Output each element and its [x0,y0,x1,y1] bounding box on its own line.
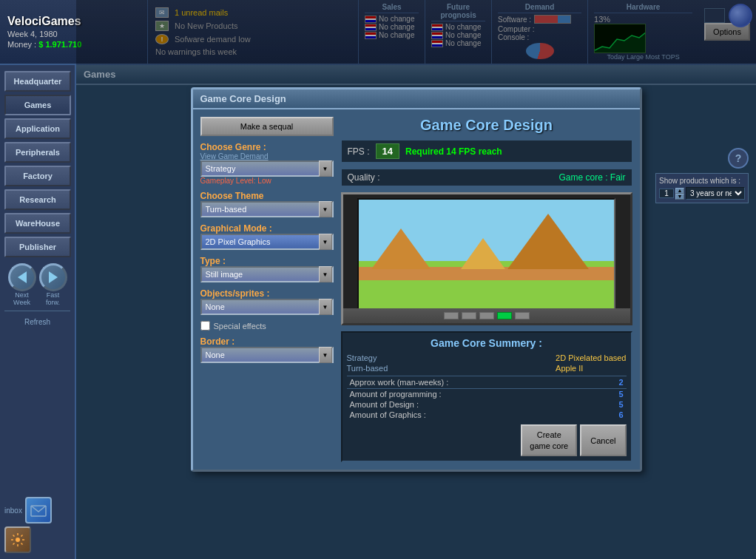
game-preview [341,192,632,325]
summary-cols: Strategy Turn-based 2D Pixelated based A… [347,353,627,373]
view-demand-label[interactable]: View Game Demand [200,152,334,160]
genre-dropdown[interactable]: Strategy Action Sports Simulation [200,160,334,177]
indicator-5 [515,312,530,319]
fps-required: Required 14 FPS reach [405,146,502,157]
settings-button[interactable] [4,526,31,553]
programming-row: Amount of programming : 5 [347,389,627,399]
summary-platform: Apple II [556,364,626,373]
theme-section: Choose Theme Turn-based Real-time Other … [200,191,334,217]
year-step-up[interactable]: ▲ [675,188,684,194]
approx-value: 2 [618,378,623,387]
fps-value: 14 [376,143,399,159]
sidebar-item-publisher[interactable]: Publisher [4,237,71,257]
special-effects-checkbox[interactable] [200,321,210,331]
right-info-panel: ? Show products which is : ▲ ▼ 3 years o… [655,148,749,203]
summary-section: Game Core Summery : Strategy Turn-based … [341,331,632,462]
summary-theme: Turn-based [347,364,388,373]
refresh-button[interactable]: Refresh [4,316,70,328]
theme-dropdown-container: Turn-based Real-time Other ▼ [200,201,334,217]
year-select-row: ▲ ▼ 3 years or newer 5 years or newer Al… [659,187,745,200]
sidebar-item-headquarter[interactable]: Headquarter [4,71,71,92]
border-label: Border : [200,336,334,347]
pyramid-left [371,228,431,269]
gameplay-level-label: Gameplay Level: Low [200,177,334,185]
sidebar-item-factory[interactable]: Factory [4,166,71,186]
graphical-dropdown-container: 2D Pixel Graphics 3D Graphics Vector ▼ [200,234,334,250]
nav-prev-icon [18,271,27,283]
sidebar-divider [4,311,70,311]
theme-dropdown[interactable]: Turn-based Real-time Other [200,201,334,217]
money-label: Money : [7,40,36,49]
sidebar-item-research[interactable]: Research [4,189,71,210]
approx-label: Approx work (man-weeks) : [350,378,449,387]
objects-label: Objects/sprites : [200,288,334,299]
pyramid-mid [461,238,505,269]
border-section: Border : None Simple Complex ▼ [200,336,334,363]
graphical-dropdown[interactable]: 2D Pixel Graphics 3D Graphics Vector [200,234,334,250]
game-core-modal: Game Core Design Make a sequal Choose Ge… [191,87,642,472]
modal-left-panel: Make a sequal Choose Genre : View Game D… [200,117,334,462]
approx-row: Approx work (man-weeks) : 2 [347,376,627,389]
quality-bar: Quality : Game core : Fair [341,169,632,186]
border-dropdown-container: None Simple Complex ▼ [200,347,334,363]
modal-main-title: Game Core Design [341,117,632,134]
game-core-label: Game core : Fair [558,172,625,183]
nav-row: NextWeek Fastforw. [4,263,70,306]
summary-col-left: Strategy Turn-based [347,353,388,373]
sidebar-item-games[interactable]: Games [4,95,71,115]
preview-controls [343,308,630,323]
graphics-row: Amount of Graphics : 6 [347,410,627,420]
summary-genre: Strategy [347,353,388,362]
programming-value: 5 [618,390,623,399]
year-step-down[interactable]: ▼ [675,194,684,200]
quality-label: Quality : [348,172,380,183]
year-input[interactable] [659,189,674,198]
money-value: $ 1.971.710 [38,40,81,49]
graphics-value: 6 [618,410,623,419]
design-value: 5 [618,400,623,409]
type-dropdown[interactable]: Still image Animated Full motion [200,266,334,282]
nav-next-button[interactable] [39,263,67,291]
create-game-core-button[interactable]: Create game core [521,424,577,456]
genre-section: Choose Genre : View Game Demand Strategy… [200,142,334,185]
svg-point-2 [16,538,20,542]
special-effects-row: Special effects [200,321,334,331]
border-dropdown[interactable]: None Simple Complex [200,347,334,363]
sidebar-item-application[interactable]: Application [4,118,71,139]
show-products-panel: Show products which is : ▲ ▼ 3 years or … [655,173,749,203]
type-section: Type : Still image Animated Full motion … [200,256,334,282]
sidebar-bottom: inbox [4,497,70,553]
type-label: Type : [200,256,334,266]
summary-graphics: 2D Pixelated based [556,353,626,362]
inbox-label: inbox [4,507,22,515]
design-label: Amount of Design : [350,400,419,409]
design-row: Amount of Design : 5 [347,399,627,410]
objects-section: Objects/sprites : None Few Many ▼ [200,288,334,315]
indicator-2 [462,312,476,319]
sidebar-item-warehouse[interactable]: WareHouse [4,213,71,234]
fps-bar: FPS : 14 Required 14 FPS reach [341,140,632,163]
graphical-mode-section: Graphical Mode : 2D Pixel Graphics 3D Gr… [200,223,334,250]
modal-overlay: Game Core Design Make a sequal Choose Ge… [76,0,756,559]
genre-dropdown-container: Strategy Action Sports Simulation ▼ [200,160,334,177]
cancel-button[interactable]: Cancel [580,424,626,456]
nav-next-label: Fastforw. [46,291,60,306]
objects-dropdown-container: None Few Many ▼ [200,299,334,315]
create-btn-line1: Create [537,430,561,439]
graphical-mode-label: Graphical Mode : [200,223,334,234]
objects-dropdown[interactable]: None Few Many [200,299,334,315]
sidebar: Headquarter Games Application Peripheral… [0,65,76,559]
year-dropdown[interactable]: 3 years or newer 5 years or newer All ye… [686,187,745,200]
choose-genre-label: Choose Genre : [200,142,334,152]
sidebar-item-peripherals[interactable]: Peripherals [4,142,71,163]
modal-right-panel: Game Core Design FPS : 14 Required 14 FP… [341,117,632,462]
inbox-icon[interactable] [25,497,52,524]
indicator-3 [479,312,494,319]
programming-label: Amount of programming : [350,390,442,399]
fps-label: FPS : [348,146,370,157]
create-btn-line2: game core [530,441,568,450]
nav-prev-button[interactable] [8,263,36,291]
graphics-label: Amount of Graphics : [350,410,426,419]
info-circle-button[interactable]: ? [728,148,749,169]
make-sequel-button[interactable]: Make a sequal [200,117,334,136]
